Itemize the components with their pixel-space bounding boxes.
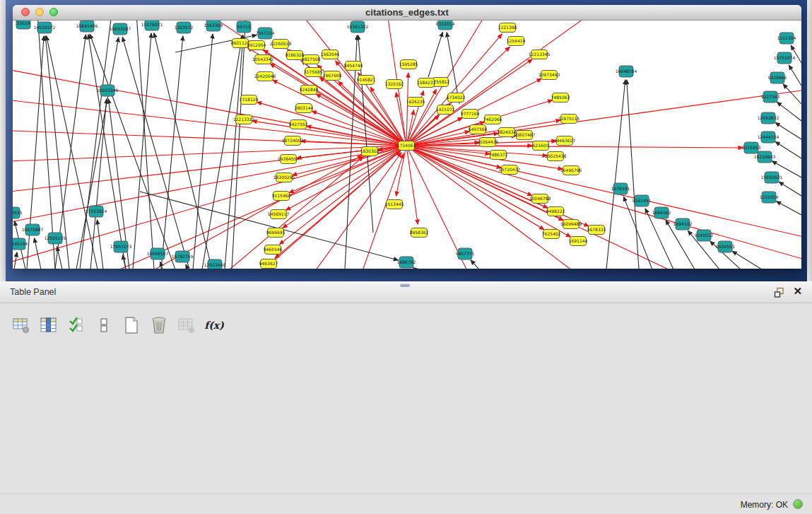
graph-node-8313014[interactable]: 8313014: [436, 21, 455, 30]
graph-node-16099489[interactable]: 16099489: [560, 220, 582, 229]
graph-node-9463627[interactable]: 9463627: [259, 259, 278, 269]
graph-node-15720437[interactable]: 15720437: [499, 165, 521, 175]
graph-node-9827508[interactable]: 9827508: [302, 55, 321, 64]
graph-node-1320162[interactable]: 1320162: [385, 80, 404, 89]
graph-node-6734022[interactable]: 6734022: [447, 93, 466, 103]
graph-node-55723[interactable]: 55723: [237, 21, 251, 33]
graph-node-12213345[interactable]: 12213345: [529, 50, 551, 59]
graph-node-1163304[interactable]: 1163304: [204, 21, 223, 31]
graph-node-7462066[interactable]: 7462066: [483, 115, 502, 124]
delete-table-icon[interactable]: [149, 315, 169, 335]
graph-node-7485063[interactable]: 7485063: [551, 93, 570, 103]
graph-node-1830302[interactable]: 1830302: [360, 147, 379, 156]
graph-node-19384554[interactable]: 19384554: [278, 155, 300, 164]
graph-node-12975115[interactable]: 12975115: [558, 115, 580, 124]
graph-node-1584231[interactable]: 1584231: [417, 78, 436, 88]
graph-node-12923448[interactable]: 12923448: [204, 259, 226, 269]
graph-node-9777169[interactable]: 9777169: [461, 110, 480, 119]
graph-node-9261451[interactable]: 9261451: [632, 195, 652, 206]
close-panel-icon[interactable]: ✕: [793, 285, 802, 298]
graph-node-8215953[interactable]: 8215953: [742, 142, 761, 153]
graph-node-22260518[interactable]: 22260518: [270, 40, 292, 49]
graph-node-6497568[interactable]: 6497568: [469, 125, 488, 134]
table-settings-icon[interactable]: [11, 315, 31, 335]
graph-node-9857771[interactable]: 9857771: [456, 248, 475, 259]
graph-node-12093832[interactable]: 12093832: [758, 112, 779, 124]
graph-node-1221398[interactable]: 1221398: [498, 23, 517, 33]
graph-node-1303572[interactable]: 1303572: [175, 22, 194, 33]
graph-node-5678333[interactable]: 5678333: [587, 226, 606, 235]
graph-node-8958362[interactable]: 8958362: [410, 228, 429, 238]
network-svg[interactable]: 3301914035572208914061065328715276021130…: [13, 21, 801, 269]
graph-node-7625402[interactable]: 7625402: [542, 230, 561, 239]
graph-node-3175685[interactable]: 3175685: [304, 68, 323, 77]
graph-node-10973493[interactable]: 10973493: [539, 71, 560, 80]
graph-node-1145194[interactable]: 1145194: [13, 238, 28, 250]
function-builder-icon[interactable]: f(x): [204, 315, 224, 335]
graph-node-14035572[interactable]: 14035572: [34, 22, 56, 33]
import-table-icon[interactable]: [177, 315, 196, 335]
graph-node-16361322[interactable]: 16361322: [347, 21, 369, 33]
graph-node-10807487[interactable]: 10807487: [514, 131, 536, 140]
graph-node-16782759[interactable]: 16782759: [172, 251, 194, 262]
graph-node-1254419[interactable]: 1254419: [507, 37, 526, 46]
select-rows-icon[interactable]: [66, 315, 86, 335]
new-table-icon[interactable]: [122, 315, 141, 335]
graph-node-9115460[interactable]: 9115460: [272, 192, 291, 201]
graph-node-15692931[interactable]: 15692931: [761, 172, 783, 183]
graph-node-1421072[interactable]: 1421072: [436, 105, 455, 115]
float-window-icon[interactable]: [774, 287, 785, 298]
graph-node-1513445[interactable]: 1513445: [385, 200, 404, 209]
graph-node-2069535[interactable]: 2069535: [13, 207, 23, 218]
graph-node-15751074[interactable]: 15751074: [774, 52, 796, 64]
graph-node-14569117[interactable]: 14569117: [268, 210, 290, 219]
graph-node-9146821[interactable]: 9146821: [357, 76, 376, 85]
graph-node-1595285[interactable]: 1595285: [399, 60, 418, 69]
graph-node-9242848[interactable]: 9242848: [300, 86, 319, 95]
graph-node-9699695[interactable]: 9699695: [266, 228, 286, 238]
graph-node-10025438[interactable]: 10025438: [545, 152, 567, 161]
graph-node-1210354[interactable]: 1210354: [760, 192, 779, 203]
splitter-handle[interactable]: [400, 284, 410, 287]
graph-node-1686792[interactable]: 1686792: [397, 257, 416, 268]
graph-node-16495796[interactable]: 16495796: [560, 166, 582, 175]
graph-node-1694162[interactable]: 1694162: [652, 207, 671, 218]
memory-status-icon[interactable]: [793, 499, 803, 509]
graph-node-9329966[interactable]: 9329966: [768, 72, 787, 83]
graph-node-16648784[interactable]: 16648784: [616, 66, 637, 77]
graph-node-621600[interactable]: 621600: [533, 141, 549, 151]
graph-node-20364436[interactable]: 20364436: [477, 138, 499, 147]
graph-node-2803144[interactable]: 2803144: [295, 104, 314, 113]
graph-node-18724007[interactable]: 18724007: [282, 136, 304, 146]
graph-node-20053346[interactable]: 20053346: [97, 85, 119, 96]
graph-node-1111304[interactable]: 1111304: [777, 33, 796, 44]
graph-node-9465546[interactable]: 9465546: [264, 245, 283, 255]
row-height-icon[interactable]: [94, 315, 114, 335]
graph-node-1724061[interactable]: 1724061: [397, 141, 416, 151]
graph-node-17353924[interactable]: 17353924: [86, 206, 107, 217]
graph-node-33019[interactable]: 33019: [16, 21, 30, 29]
graph-node-7986372[interactable]: 7986372: [489, 151, 508, 160]
graph-node-8912954[interactable]: 8912954: [247, 41, 266, 50]
graph-node-8427552[interactable]: 8427552: [289, 120, 308, 129]
graph-node-9245032[interactable]: 9245032: [695, 230, 714, 241]
graph-node-12444154[interactable]: 12444154: [758, 132, 779, 143]
graph-node-20891406[interactable]: 20891406: [76, 21, 98, 32]
graph-node-12213313[interactable]: 12213313: [233, 115, 255, 124]
graph-node-1626235[interactable]: 1626235: [406, 98, 425, 107]
graph-node-12505135[interactable]: 12505135: [45, 233, 66, 244]
graph-node-10975887[interactable]: 10975887: [22, 224, 44, 235]
graph-node-8186328[interactable]: 8186328: [286, 51, 305, 60]
graph-node-1694102[interactable]: 1694102: [673, 218, 693, 230]
graph-node-1563546[interactable]: 1563546: [321, 50, 340, 59]
graph-node-14463627[interactable]: 14463627: [554, 136, 576, 146]
graph-node-1691144[interactable]: 1691144: [569, 237, 588, 246]
graph-node-17957273[interactable]: 17957273: [110, 241, 132, 252]
graph-node-18300295[interactable]: 18300295: [273, 173, 295, 182]
graph-node-1604553[interactable]: 1604553: [716, 241, 735, 252]
graph-node-22420046[interactable]: 22420046: [254, 72, 276, 81]
graph-node-9227343[interactable]: 9227343: [761, 91, 780, 103]
graph-node-8454749[interactable]: 8454749: [344, 62, 363, 71]
network-window-titlebar[interactable]: citations_edges.txt: [13, 5, 801, 21]
graph-node-10046788[interactable]: 10046788: [529, 194, 551, 204]
